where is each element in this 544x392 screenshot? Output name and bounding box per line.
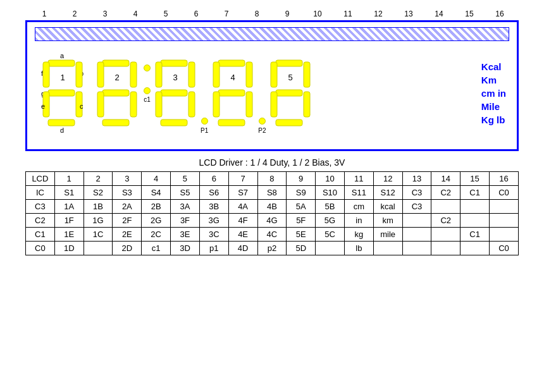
cell-c2-3: 2F xyxy=(113,214,142,228)
svg-text:3: 3 xyxy=(173,73,177,82)
cell-c0-9: 5D xyxy=(287,242,316,255)
digit-1-wrapper: a f b g xyxy=(38,52,89,137)
table-header-lcd: LCD xyxy=(26,172,55,186)
svg-rect-26 xyxy=(161,90,187,96)
cell-c2-7: 4F xyxy=(228,214,257,228)
cell-c1-1: 1E xyxy=(54,228,83,242)
cell-c3-2: 1B xyxy=(83,200,113,214)
svg-rect-27 xyxy=(156,92,162,117)
digit-4-wrapper: 4 xyxy=(209,52,257,137)
cell-c3-5: 3A xyxy=(171,200,200,214)
col-num-14: 14 xyxy=(425,9,453,18)
cell-ic-1: S1 xyxy=(54,186,83,200)
cell-c3-14 xyxy=(431,200,461,214)
svg-text:e: e xyxy=(41,102,45,110)
cell-c1-5: 3E xyxy=(171,228,200,242)
cell-c3-1: 1A xyxy=(54,200,83,214)
cell-ic-12: S12 xyxy=(373,186,402,200)
digit-5: 5 xyxy=(267,52,314,134)
cell-c3-16 xyxy=(490,200,519,214)
units-labels: Kcal Km cm in Mile Kg lb xyxy=(475,52,506,134)
cell-c2-16 xyxy=(490,214,519,228)
col-num-7: 7 xyxy=(213,9,240,18)
cell-c1-13 xyxy=(402,228,431,242)
svg-rect-15 xyxy=(102,60,129,66)
colon-separator: c1 xyxy=(144,64,151,103)
svg-rect-40 xyxy=(271,62,277,87)
unit-kg-lb: Kg lb xyxy=(481,114,505,125)
table-header-11: 11 xyxy=(344,172,373,186)
table-row-c0: C0 1D 2D c1 3D p1 4D p2 5D lb C0 xyxy=(26,242,519,255)
lcd-driver-title: LCD Driver : 1 / 4 Duty, 1 / 2 Bias, 3V xyxy=(199,157,345,168)
cell-c3-8: 4B xyxy=(257,200,287,214)
unit-kcal: Kcal xyxy=(481,61,502,72)
col-num-4: 4 xyxy=(121,9,149,18)
col-num-6: 6 xyxy=(182,9,210,18)
col-num-1: 1 xyxy=(30,9,58,18)
svg-rect-45 xyxy=(276,119,302,126)
cell-c1-2: 1C xyxy=(83,228,113,242)
cell-ic-13: C3 xyxy=(402,186,431,200)
digit-3-wrapper: 3 xyxy=(152,52,199,137)
cell-ic-11: S11 xyxy=(344,186,373,200)
svg-rect-7 xyxy=(48,90,75,96)
colon-dot-top xyxy=(144,64,151,71)
cell-ic-14: C2 xyxy=(431,186,461,200)
table-header-13: 13 xyxy=(402,172,431,186)
cell-c2-6: 3G xyxy=(199,214,228,228)
cell-c0-16: C0 xyxy=(490,242,519,255)
cell-c3-11: cm xyxy=(344,200,373,214)
cell-c3-9: 5A xyxy=(287,200,316,214)
cell-c2-10: 5G xyxy=(316,214,345,228)
svg-rect-3 xyxy=(43,62,49,87)
svg-rect-33 xyxy=(246,62,252,87)
cell-ic-16: C0 xyxy=(490,186,519,200)
table-header-5: 5 xyxy=(171,172,200,186)
svg-rect-13 xyxy=(48,119,75,126)
cell-c0-1: 1D xyxy=(54,242,83,255)
svg-rect-41 xyxy=(304,62,310,87)
digit-2-wrapper: 2 xyxy=(94,52,141,137)
decimal-dot-p1 xyxy=(201,118,208,125)
cell-c0-11: lb xyxy=(344,242,373,255)
colon-label: c1 xyxy=(144,96,151,103)
decimal-p2: P2 xyxy=(258,52,266,134)
svg-rect-21 xyxy=(102,119,129,126)
cell-c0-15 xyxy=(461,242,490,255)
col-num-5: 5 xyxy=(152,9,180,18)
table-header-14: 14 xyxy=(431,172,461,186)
table-row-ic: IC S1 S2 S3 S4 S5 S6 S7 S8 S9 S10 S11 S1… xyxy=(26,186,519,200)
cell-c0-13 xyxy=(402,242,431,255)
decimal-label-p2: P2 xyxy=(258,127,266,134)
svg-rect-24 xyxy=(156,62,162,87)
cell-c1-8: 4C xyxy=(257,228,287,242)
table-header-row: LCD 1 2 3 4 5 6 7 8 9 10 11 12 13 14 15 … xyxy=(26,172,519,186)
table-row-c3: C3 1A 1B 2A 2B 3A 3B 4A 4B 5A 5B cm kcal… xyxy=(26,200,519,214)
svg-rect-1 xyxy=(48,60,75,66)
cell-ic-9: S9 xyxy=(287,186,316,200)
svg-rect-39 xyxy=(276,60,302,66)
digit-3: 3 xyxy=(152,52,199,134)
cell-c1-7: 4E xyxy=(228,228,257,242)
cell-c3-13: C3 xyxy=(402,200,431,214)
col-num-9: 9 xyxy=(273,9,301,18)
cell-c3-7: 4A xyxy=(228,200,257,214)
table-header-7: 7 xyxy=(228,172,257,186)
svg-text:c: c xyxy=(80,102,83,110)
table-header-8: 8 xyxy=(257,172,287,186)
col-num-12: 12 xyxy=(364,9,392,18)
cell-c0-3: 2D xyxy=(113,242,142,255)
table-header-9: 9 xyxy=(287,172,316,186)
hatch-bar xyxy=(35,27,509,41)
cell-ic-5: S5 xyxy=(171,186,200,200)
cell-c0-7: 4D xyxy=(228,242,257,255)
svg-text:4: 4 xyxy=(231,73,235,82)
svg-rect-43 xyxy=(271,92,277,117)
digit-4: 4 xyxy=(209,52,257,134)
unit-mile: Mile xyxy=(481,101,500,112)
lcd-display: a f b g xyxy=(25,20,519,151)
cell-c2-2: 1G xyxy=(83,214,113,228)
cell-c3-6: 3B xyxy=(199,200,228,214)
cell-ic-10: S10 xyxy=(316,186,345,200)
cell-c1-15: C1 xyxy=(461,228,490,242)
